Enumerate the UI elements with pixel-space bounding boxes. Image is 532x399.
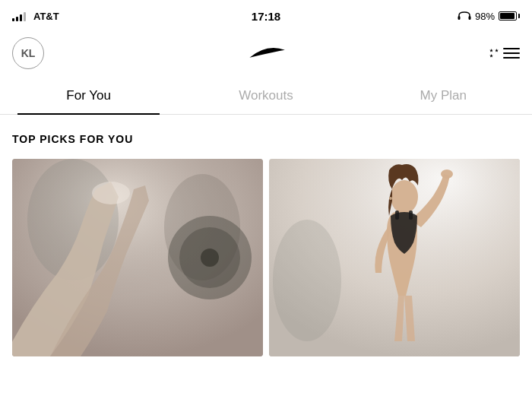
svg-point-13	[391, 180, 418, 214]
hamburger-icon	[503, 48, 520, 59]
user-avatar[interactable]: KL	[12, 37, 44, 69]
navigation-tabs: For You Workouts My Plan	[0, 76, 532, 115]
cards-container	[0, 159, 532, 356]
tab-my-plan[interactable]: My Plan	[355, 76, 532, 114]
stars-icon	[489, 49, 499, 58]
workout-card-1[interactable]	[12, 159, 263, 356]
svg-point-14	[441, 169, 453, 179]
signal-icon	[12, 11, 26, 21]
main-content: TOP PICKS FOR YOU	[0, 115, 532, 356]
svg-point-6	[92, 182, 130, 204]
status-time: 17:18	[252, 10, 280, 23]
workout-card-2[interactable]	[269, 159, 520, 356]
nike-logo	[247, 40, 287, 66]
svg-rect-16	[409, 211, 413, 220]
tab-workouts[interactable]: Workouts	[177, 76, 354, 114]
card-2-image	[269, 159, 520, 356]
svg-rect-15	[395, 211, 399, 220]
card-1-image	[12, 159, 263, 356]
svg-point-9	[201, 249, 219, 267]
section-title: TOP PICKS FOR YOU	[12, 133, 520, 145]
app-header: KL	[0, 30, 532, 76]
menu-button[interactable]	[489, 48, 520, 59]
carrier-name: AT&T	[33, 11, 59, 22]
tab-for-you[interactable]: For You	[0, 76, 177, 114]
headphones-icon	[458, 11, 471, 21]
svg-point-17	[389, 197, 392, 200]
svg-rect-0	[458, 16, 460, 20]
battery-percent: 98%	[475, 11, 495, 22]
battery-icon	[499, 11, 520, 21]
status-right: 98%	[458, 11, 520, 22]
svg-rect-1	[468, 16, 470, 20]
status-bar: AT&T 17:18 98%	[0, 0, 532, 30]
svg-point-12	[273, 220, 341, 341]
status-left: AT&T	[12, 11, 59, 22]
